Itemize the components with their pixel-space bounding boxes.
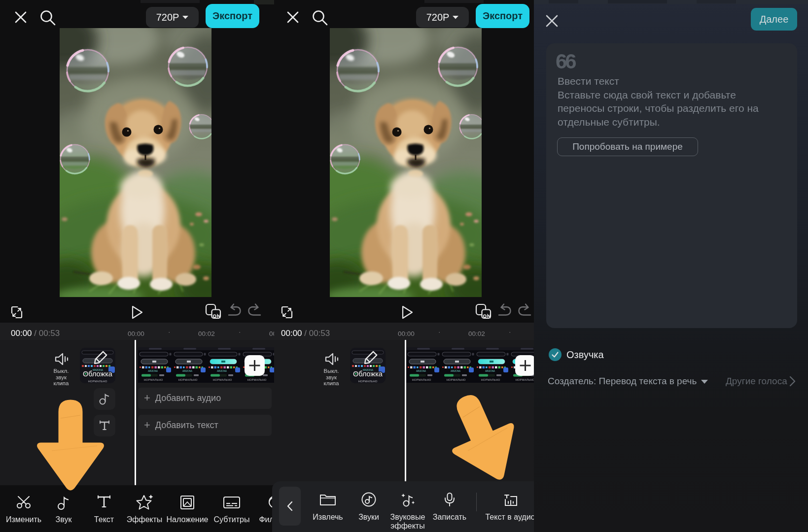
svg-text:НОРМАЛЬНО: НОРМАЛЬНО	[358, 380, 378, 383]
svg-text:Обложка: Обложка	[83, 370, 113, 378]
svg-text:Обложка: Обложка	[353, 370, 383, 378]
svg-text:НОРМАЛЬНО: НОРМАЛЬНО	[88, 380, 107, 383]
